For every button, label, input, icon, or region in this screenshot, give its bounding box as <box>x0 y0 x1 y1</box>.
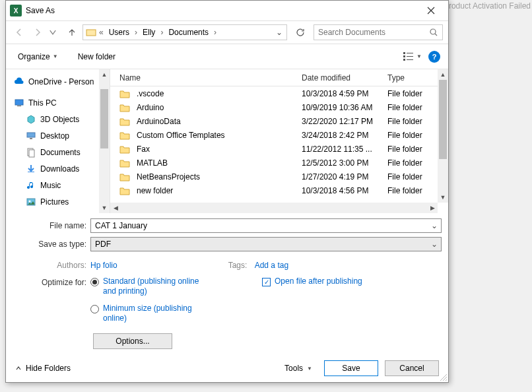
file-scrollbar-vertical[interactable]: ▲ ▼ <box>438 69 448 203</box>
sidebar-item[interactable]: Videos <box>9 211 110 213</box>
file-row[interactable]: Fax11/22/2012 11:35 ...File folder <box>110 142 448 156</box>
scroll-up-icon[interactable]: ▲ <box>99 69 110 80</box>
filename-dropdown[interactable]: ⌄ <box>429 220 440 231</box>
main-area: OneDrive - PersonThis PC3D ObjectsDeskto… <box>6 69 448 213</box>
savetype-field[interactable]: PDF ⌄ <box>90 237 442 251</box>
refresh-icon <box>296 28 305 37</box>
file-row[interactable]: Arduino10/9/2019 10:36 AMFile folder <box>110 100 448 114</box>
breadcrumb-item[interactable]: Documents <box>166 26 211 38</box>
file-row[interactable]: MATLAB12/5/2012 3:00 PMFile folder <box>110 156 448 170</box>
refresh-button[interactable] <box>292 24 308 40</box>
back-button[interactable] <box>11 24 27 40</box>
dropdown-icon: ▼ <box>53 53 58 59</box>
dropdown-icon: ▼ <box>307 366 312 372</box>
sidebar-item-label: Desktop <box>40 131 69 141</box>
recent-dropdown[interactable] <box>48 24 57 40</box>
svg-rect-6 <box>407 56 413 57</box>
up-button[interactable] <box>64 24 80 40</box>
filename-field[interactable]: ⌄ <box>90 218 442 233</box>
file-name: Arduino <box>137 103 302 112</box>
tree-icon <box>26 180 36 191</box>
sidebar-item[interactable]: Desktop <box>9 129 110 143</box>
svg-rect-0 <box>86 30 96 36</box>
sidebar-item[interactable]: OneDrive - Person <box>9 75 110 89</box>
chevron-right-icon: › <box>159 28 164 37</box>
new-folder-button[interactable]: New folder <box>74 49 119 64</box>
savetype-label: Save as type: <box>13 240 90 249</box>
cancel-button[interactable]: Cancel <box>385 360 439 376</box>
file-row[interactable]: .vscode10/3/2018 4:59 PMFile folder <box>110 86 448 100</box>
radio-standard[interactable]: Standard (publishing online and printing… <box>90 277 203 297</box>
scroll-thumb[interactable] <box>100 89 108 148</box>
sidebar-item[interactable]: Pictures <box>9 195 110 209</box>
file-date: 10/3/2018 4:59 PM <box>302 89 387 98</box>
hide-folders-label: Hide Folders <box>26 364 71 373</box>
column-name[interactable]: Name <box>119 73 302 82</box>
authors-label: Authors: <box>13 261 90 270</box>
forward-button[interactable] <box>30 24 46 40</box>
help-button[interactable]: ? <box>428 51 440 63</box>
sidebar-item[interactable]: Downloads <box>9 162 110 176</box>
scroll-up-icon[interactable]: ▲ <box>438 69 448 80</box>
hide-folders-button[interactable]: Hide Folders <box>15 364 71 373</box>
folder-icon <box>119 158 130 168</box>
filename-input[interactable] <box>95 221 437 230</box>
file-row[interactable]: NetBeansProjects1/27/2020 4:19 PMFile fo… <box>110 170 448 183</box>
sidebar-item[interactable]: Music <box>9 178 110 193</box>
file-row[interactable]: new folder10/3/2018 4:56 PMFile folder <box>110 183 448 197</box>
close-button[interactable] <box>418 1 444 20</box>
file-date: 12/5/2012 3:00 PM <box>302 158 387 168</box>
search-box[interactable] <box>314 24 443 40</box>
svg-rect-3 <box>403 55 405 57</box>
tools-label: Tools <box>284 364 303 373</box>
authors-value[interactable]: Hp folio <box>90 261 117 270</box>
sidebar-scrollbar[interactable]: ▲ ▼ <box>99 69 110 213</box>
svg-rect-4 <box>403 59 405 61</box>
optimize-label: Optimize for: <box>13 277 90 287</box>
sidebar-item[interactable]: 3D Objects <box>9 112 110 127</box>
scroll-down-icon[interactable]: ▼ <box>438 192 448 203</box>
organize-button[interactable]: Organize ▼ <box>14 49 62 64</box>
radio-standard-label: Standard (publishing online and printing… <box>103 277 203 297</box>
breadcrumb-item[interactable]: Users <box>106 26 132 38</box>
column-date[interactable]: Date modified <box>302 73 387 82</box>
save-button[interactable]: Save <box>324 360 378 376</box>
scroll-left-icon[interactable]: ◀ <box>110 203 121 213</box>
radio-minimum[interactable]: Minimum size (publishing online) <box>90 304 203 324</box>
sidebar-item[interactable]: This PC <box>9 96 110 110</box>
titlebar: X Save As <box>6 1 448 20</box>
scroll-down-icon[interactable]: ▼ <box>99 203 110 213</box>
resize-grip[interactable] <box>439 373 447 381</box>
sidebar-item-label: Music <box>40 181 61 190</box>
radio-minimum-label: Minimum size (publishing online) <box>103 304 203 324</box>
file-scrollbar-horizontal[interactable]: ◀ ▶ <box>110 203 438 213</box>
tree-icon <box>14 98 24 108</box>
open-after-checkbox[interactable]: ✓ Open file after publishing <box>262 277 362 287</box>
svg-rect-14 <box>28 172 34 172</box>
tags-value[interactable]: Add a tag <box>255 261 288 270</box>
radio-icon <box>90 305 99 313</box>
dropdown-icon: ▼ <box>416 53 422 59</box>
breadcrumb-dropdown[interactable]: ⌄ <box>275 28 284 37</box>
breadcrumb[interactable]: « Users › Elly › Documents › ⌄ <box>83 24 287 40</box>
scroll-right-icon[interactable]: ▶ <box>427 203 438 213</box>
radio-icon <box>90 278 99 286</box>
file-row[interactable]: Custom Office Templates3/24/2018 2:42 PM… <box>110 128 448 142</box>
svg-rect-5 <box>407 53 413 53</box>
file-name: ArduinoData <box>137 117 302 126</box>
breadcrumb-item[interactable]: Elly <box>140 26 158 38</box>
savetype-dropdown[interactable]: ⌄ <box>429 239 440 249</box>
tools-button[interactable]: Tools ▼ <box>279 361 317 376</box>
file-list: .vscode10/3/2018 4:59 PMFile folderArdui… <box>110 86 448 213</box>
dialog-title: Save As <box>26 6 418 15</box>
folder-icon <box>119 131 130 140</box>
sidebar-item[interactable]: Documents <box>9 145 110 160</box>
chevron-right-icon: › <box>213 28 218 37</box>
file-row[interactable]: ArduinoData3/22/2020 12:17 PMFile folder <box>110 114 448 128</box>
file-name: new folder <box>137 186 302 195</box>
sidebar-item-label: Documents <box>40 148 81 157</box>
options-button[interactable]: Options... <box>93 333 172 349</box>
search-input[interactable] <box>318 28 429 37</box>
scroll-thumb[interactable] <box>439 80 447 159</box>
view-button[interactable]: ▼ <box>403 52 422 61</box>
